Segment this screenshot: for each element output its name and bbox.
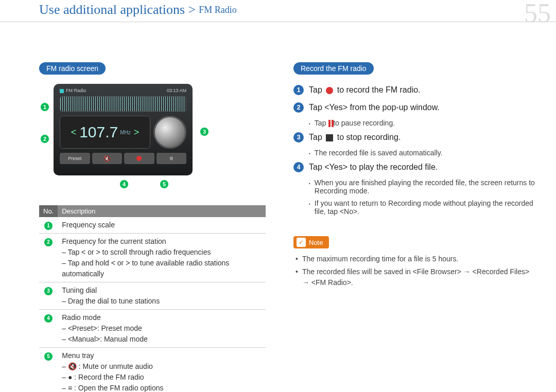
step-4-sub-1: When you are finished playing the record… [309, 179, 535, 195]
row-num: 4 [44, 314, 53, 323]
freq-right-icon[interactable]: > [131, 127, 143, 138]
step-2-sub: Tap to pause recording. [309, 119, 535, 127]
callout-5: 5 [160, 180, 169, 189]
table-row: 4 Radio mode – <Preset>: Preset mode – <… [39, 310, 266, 348]
table-row: 5 Menu tray – 🔇 : Mute or unmute audio –… [39, 348, 266, 393]
step-2: 2 Tap <Yes> from the pop-up window. [293, 101, 535, 114]
row-num: 5 [44, 352, 53, 361]
radio-screenshot: FM Radio 03:13 AM < 107.7 MHz > Preset [54, 84, 193, 175]
breadcrumb-sub: FM Radio [199, 5, 237, 15]
table-row: 1 Frequency scale [39, 217, 266, 234]
mute-button[interactable] [92, 153, 123, 164]
stop-icon [326, 134, 333, 141]
row-num: 2 [44, 238, 53, 246]
content: FM radio screen FM Radio 03:13 AM < 107.… [0, 22, 556, 392]
step-text: Tap <Yes> to play the recorded file. [309, 161, 438, 173]
frequency-row: < 107.7 MHz > [57, 116, 189, 149]
table-row: 3 Tuning dial – Drag the dial to tune st… [39, 282, 266, 310]
radio-time: 03:13 AM [167, 88, 186, 93]
radio-app-icon [60, 89, 64, 93]
step-number: 1 [293, 85, 304, 95]
step-3: 3 Tap to stop recording. [293, 131, 535, 144]
step-number: 3 [293, 132, 304, 142]
frequency-unit: MHz [120, 130, 131, 135]
table-head-no: No. [39, 205, 58, 217]
sub-text-post: to pause recording. [331, 119, 395, 127]
radio-title: FM Radio [60, 88, 86, 93]
step-text: Tap <Yes> from the pop-up window. [309, 101, 440, 114]
sub-text: If you want to return to Recording mode … [315, 199, 535, 216]
frequency-scale[interactable] [60, 96, 186, 112]
note-item: The maximum recording time for a file is… [296, 254, 535, 264]
row-desc: – Tap < or > to scroll through radio fre… [62, 247, 262, 258]
step-text-post: to record the FM radio. [335, 85, 420, 94]
note-label: ✓ Note [293, 236, 329, 248]
row-desc: – 🔇 : Mute or unmute audio [62, 361, 262, 372]
frequency-value: 107.7 [79, 123, 118, 141]
freq-left-icon[interactable]: < [68, 127, 80, 138]
row-num: 1 [44, 222, 53, 230]
sub-text-pre: Tap [315, 119, 328, 127]
sub-text: The recorded file is saved automatically… [315, 149, 443, 157]
breadcrumb-main: Use additional applications > [39, 2, 196, 17]
row-desc: – ● : Record the FM radio [62, 372, 262, 383]
step-4-sub-2: If you want to return to Recording mode … [309, 199, 535, 216]
note-list: The maximum recording time for a file is… [293, 254, 535, 288]
header: Use additional applications > FM Radio 5… [0, 0, 556, 20]
step-number: 4 [293, 162, 304, 172]
row-desc: – Tap and hold < or > to tune available … [62, 258, 262, 279]
row-desc: Frequency for the current station [62, 236, 262, 247]
step-3-sub: The recorded file is saved automatically… [309, 149, 535, 157]
callout-3: 3 [200, 127, 209, 136]
description-table: No. Description 1 Frequency scale 2 Freq… [39, 205, 266, 392]
row-desc: Radio mode [62, 312, 262, 323]
preset-button[interactable]: Preset [60, 153, 90, 164]
callout-1: 1 [40, 102, 49, 112]
step-1: 1 Tap to record the FM radio. [293, 84, 535, 96]
left-column: FM radio screen FM Radio 03:13 AM < 107.… [39, 62, 281, 392]
steps-list: 1 Tap to record the FM radio. 2 Tap <Yes… [293, 84, 535, 216]
step-text-pre: Tap [309, 85, 324, 94]
section-pill-record: Record the FM radio [293, 62, 374, 75]
note-box: ✓ Note The maximum recording time for a … [293, 236, 535, 288]
table-row: 2 Frequency for the current station – Ta… [39, 234, 266, 282]
row-num: 3 [44, 287, 53, 295]
pause-icon [328, 120, 331, 127]
radio-button-row: Preset [57, 153, 189, 164]
step-number: 2 [293, 102, 304, 113]
right-column: Record the FM radio 1 Tap to record the … [293, 62, 535, 392]
note-label-text: Note [309, 239, 323, 246]
radio-screenshot-wrap: FM Radio 03:13 AM < 107.7 MHz > Preset [54, 84, 223, 175]
step-text-pre: Tap [309, 133, 324, 141]
note-item-text: The recorded files will be saved in <Fil… [302, 266, 535, 288]
radio-titlebar: FM Radio 03:13 AM [57, 87, 189, 96]
sub-text: When you are finished playing the record… [315, 179, 535, 195]
frequency-display[interactable]: < 107.7 MHz > [60, 116, 150, 149]
radio-title-text: FM Radio [66, 88, 86, 93]
page-number: 55 [524, 0, 551, 28]
callout-2: 2 [40, 134, 49, 144]
step-text-post: to stop recording. [335, 133, 401, 141]
note-item: The recorded files will be saved in <Fil… [296, 266, 535, 288]
options-button[interactable] [157, 153, 187, 164]
row-desc: – <Preset>: Preset mode [62, 323, 262, 334]
table-head-desc: Description [58, 205, 266, 217]
row-desc: Tuning dial [62, 285, 262, 296]
row-desc: Menu tray [62, 350, 262, 361]
note-item-text: The maximum recording time for a file is… [302, 254, 458, 264]
step-4: 4 Tap <Yes> to play the recorded file. [293, 161, 535, 173]
callout-4: 4 [119, 180, 129, 189]
section-pill-fm-screen: FM radio screen [39, 62, 106, 75]
row-desc: – <Manual>: Manual mode [62, 334, 262, 345]
note-check-icon: ✓ [297, 238, 306, 247]
tuning-dial[interactable] [153, 116, 186, 149]
step-text: Tap to stop recording. [309, 131, 401, 144]
row-desc: – Drag the dial to tune stations [62, 296, 262, 307]
record-icon [326, 87, 333, 94]
row-desc: – ≡ : Open the FM radio options [62, 383, 262, 392]
record-button[interactable] [124, 153, 154, 164]
step-text: Tap to record the FM radio. [309, 84, 421, 96]
row-desc: Frequency scale [62, 221, 115, 229]
